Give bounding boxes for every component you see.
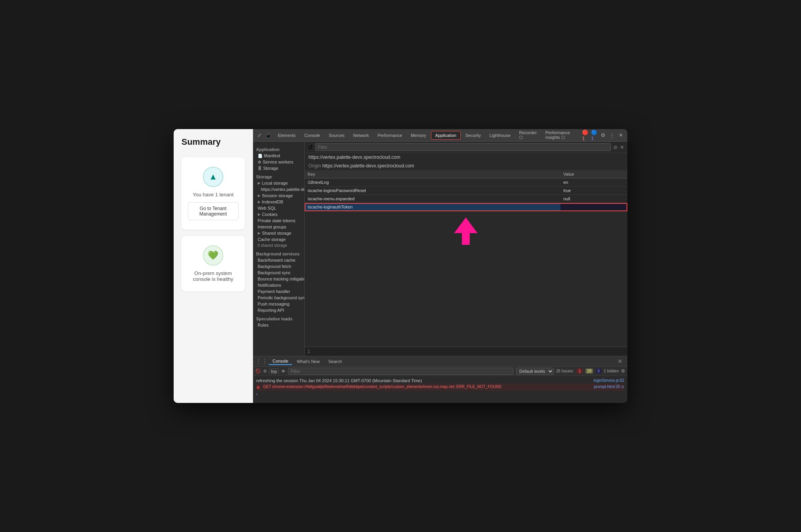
console-filter-input[interactable]	[288, 368, 514, 375]
close-filter-icon[interactable]: ✕	[620, 144, 624, 150]
app-left-panel: Summary ▲ You have 1 tenant Go to Tenant…	[174, 129, 253, 403]
filter-input[interactable]	[315, 143, 611, 151]
sidebar-item-shared-storage-count: 0 shared storage	[253, 243, 304, 248]
sidebar-item-reporting-api[interactable]: Reporting API	[253, 307, 304, 313]
sidebar-item-indexeddb[interactable]: ▶ IndexedDB	[253, 199, 304, 205]
speculative-loads-title: Speculative loads	[253, 315, 304, 322]
table-row[interactable]: iscache-loginisPasswordReset true	[305, 187, 627, 195]
sidebar-item-cookies[interactable]: ▶ Cookies	[253, 211, 304, 217]
console-line-error: ⊗ GET chrome-extension://hbfgoiafpbfhiel…	[256, 384, 624, 391]
tab-recorder[interactable]: Recorder ⬡	[515, 129, 541, 142]
storage-section-title: Storage	[253, 173, 304, 180]
sidebar-item-back-forward-cache[interactable]: Back/forward cache	[253, 257, 304, 263]
line-number: 1	[308, 349, 310, 354]
tab-lighthouse[interactable]: Lighthouse	[485, 131, 514, 139]
sidebar-item-web-sql[interactable]: Web SQL	[253, 205, 304, 211]
storage-app-icon: 🗄	[258, 166, 262, 171]
yellow-issue-badge: 19	[585, 368, 593, 374]
devtools-tabs: Elements Console Sources Network Perform…	[274, 129, 577, 142]
tab-elements[interactable]: Elements	[274, 131, 300, 139]
sidebar-item-service-workers[interactable]: ⚙ Service workers	[253, 159, 304, 165]
value-cell: en	[560, 178, 628, 187]
main-url: https://vertex.palette-devx.spectrocloud…	[309, 155, 400, 160]
tab-console[interactable]: Console	[300, 131, 324, 139]
info-text: refreshing the session Thu Jan 04 2024 1…	[256, 378, 422, 383]
sidebar-item-background-fetch[interactable]: Background fetch	[253, 263, 304, 270]
tab-network[interactable]: Network	[349, 131, 373, 139]
tab-memory[interactable]: Memory	[407, 131, 430, 139]
console-line-info: refreshing the session Thu Jan 04 2024 1…	[256, 377, 624, 384]
eye-icon-button[interactable]: 👁	[281, 369, 286, 374]
key-cell: iscache-loginisPasswordReset	[305, 187, 560, 195]
console-tab-whats-new[interactable]: What's New	[293, 358, 323, 365]
tenant-management-button[interactable]: Go to Tenant Management	[188, 202, 239, 220]
expand-arrow-indexeddb: ▶	[258, 200, 260, 204]
issues-badge-blue[interactable]: 🔵 1	[591, 132, 598, 139]
cursor-icon[interactable]: ⤢	[256, 132, 263, 139]
tab-sources[interactable]: Sources	[325, 131, 348, 139]
sidebar-item-bounce-tracking[interactable]: Bounce tracking mitigations	[253, 276, 304, 282]
console-tabs-bar: ⋮⋮ Console What's New Search ✕	[253, 356, 627, 367]
health-text: On-prem system console is healthy	[188, 270, 239, 282]
summary-title: Summary	[181, 137, 245, 147]
health-icon: 💚	[203, 245, 223, 266]
prompt-symbol: ›	[256, 392, 258, 396]
level-select[interactable]: Default levels	[516, 368, 554, 375]
sidebar-item-interest-groups[interactable]: Interest groups	[253, 224, 304, 230]
more-options-icon[interactable]: ⋮	[609, 132, 615, 139]
pause-button[interactable]: ⊘	[263, 368, 267, 374]
issues-badge-red[interactable]: 🔴 1	[582, 132, 589, 139]
refresh-icon[interactable]: ↺	[308, 144, 313, 151]
device-icon[interactable]: 📱	[265, 132, 271, 139]
issues-label: 26 Issues:	[556, 369, 574, 373]
sidebar-item-payment-handler[interactable]: Payment handler	[253, 288, 304, 295]
manifest-icon: 📄	[258, 154, 262, 158]
top-label[interactable]: top	[269, 368, 279, 374]
close-console-button[interactable]: ✕	[615, 357, 625, 366]
console-content: refreshing the session Thu Jan 04 2024 1…	[253, 376, 627, 403]
sidebar-item-shared-storage[interactable]: ▶ Shared storage	[253, 230, 304, 236]
devtools-panel: ⤢ 📱 Elements Console Sources Network Per…	[253, 129, 627, 403]
key-cell: iscache-menu.expanded	[305, 195, 560, 203]
sidebar-item-storage-app[interactable]: 🗄 Storage	[253, 165, 304, 171]
close-devtools-icon[interactable]: ✕	[618, 132, 624, 139]
clear-console-button[interactable]: 🚫	[255, 368, 261, 374]
table-row[interactable]: i18nextLng en	[305, 178, 627, 187]
console-settings-icon[interactable]: ⚙	[621, 368, 625, 374]
error-icon: ⊗	[256, 385, 260, 390]
tenant-text: You have 1 tenant	[193, 192, 233, 198]
sidebar-item-rules[interactable]: Rules	[253, 322, 304, 328]
sidebar-item-private-state-tokens[interactable]: Private state tokens	[253, 217, 304, 224]
clear-filter-icon[interactable]: ⊘	[613, 144, 618, 150]
expand-arrow-session: ▶	[258, 194, 260, 198]
sidebar-item-push-messaging[interactable]: Push messaging	[253, 301, 304, 307]
sidebar-item-cache-storage[interactable]: Cache storage	[253, 236, 304, 243]
sidebar-item-local-storage-url[interactable]: https://vertex.palette-dev...	[253, 186, 304, 192]
settings-icon[interactable]: ⚙	[600, 132, 607, 139]
background-services-title: Background services	[253, 250, 304, 257]
app-panel-row: Application 📄 Manifest ⚙ Service workers…	[253, 142, 627, 356]
pink-up-arrow	[454, 217, 478, 245]
console-tab-console[interactable]: Console	[269, 358, 292, 365]
error-text: GET chrome-extension://hbfgoiafpbfhielem…	[263, 385, 502, 389]
sidebar-item-background-sync[interactable]: Background sync	[253, 270, 304, 276]
console-line-prompt: ›	[256, 391, 624, 397]
tab-application[interactable]: Application	[431, 131, 461, 140]
key-cell: i18nextLng	[305, 178, 560, 187]
console-tab-search[interactable]: Search	[324, 358, 346, 365]
sidebar-item-notifications[interactable]: Notifications	[253, 282, 304, 288]
line-numbers-bar: 1	[305, 347, 627, 356]
sidebar-item-manifest[interactable]: 📄 Manifest	[253, 153, 304, 159]
blue-issue-badge: 6	[596, 368, 602, 374]
sidebar-item-periodic-sync[interactable]: Periodic background sync	[253, 295, 304, 301]
tab-performance-insights[interactable]: Performance insights ⬡	[542, 129, 578, 142]
table-row[interactable]: iscache-menu.expanded null	[305, 195, 627, 203]
sidebar-item-local-storage[interactable]: ▶ Local storage	[253, 180, 304, 186]
sidebar-item-session-storage[interactable]: ▶ Session storage	[253, 192, 304, 199]
health-card: 💚 On-prem system console is healthy	[181, 236, 245, 291]
source-link-login[interactable]: loginService.js:62	[594, 378, 624, 383]
source-link-prompt[interactable]: prompt.html:26 ⊙	[594, 385, 624, 389]
tab-security[interactable]: Security	[462, 131, 485, 139]
table-row-highlighted[interactable]: iscache-loginauthToken	[305, 203, 627, 211]
tab-performance[interactable]: Performance	[374, 131, 406, 139]
